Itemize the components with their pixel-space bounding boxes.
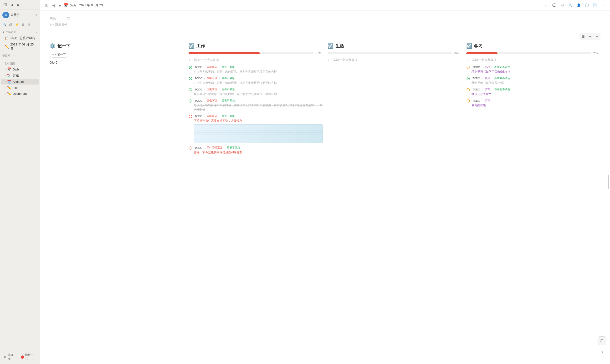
work-todo-6-check	[189, 146, 192, 150]
inbox-button[interactable]: ✉	[26, 21, 32, 28]
back-button[interactable]: ◀	[9, 2, 15, 8]
topbar-search-button[interactable]: 🔍	[567, 2, 574, 9]
study-progress-fill	[466, 52, 498, 54]
study-col-icon: ☑️	[466, 43, 472, 49]
share-float-button[interactable]	[598, 336, 606, 345]
work-todo-3-check	[189, 88, 192, 92]
help-float-button[interactable]: ?	[598, 348, 606, 357]
topbar-chat-button[interactable]: 🗨	[559, 2, 566, 9]
work-todo-6[interactable]: TODO · 零件管理系统 · 重要不紧急 你好，零件这边的零件信息自和库存数	[189, 146, 323, 155]
starred-item-1[interactable]: 📋 单机汇总统计功能	[1, 35, 39, 41]
work-todo-4[interactable]: TODO · 国电南瑞 · 重要不紧急 每次进入编辑保存页面的时候，需要清空上方…	[189, 99, 323, 112]
board-next-button[interactable]: ▶	[594, 34, 599, 39]
study-progress-pct: 25%	[593, 52, 600, 55]
study-todo-3[interactable]: TODO · 学习 · 不重要不紧急 微信公众号发文	[466, 87, 600, 96]
board-navigation: ⊞ ◀ ▶	[580, 33, 600, 40]
table-icon: 📋	[5, 36, 9, 40]
private-section-header[interactable]: ⟩ 私有页面	[0, 61, 40, 66]
topbar-clock-button[interactable]: 🕐	[583, 2, 590, 9]
top-bar: ◀ ▶ 📅 Daily › 2023 年 08 月 23 日 ☆ 💬 🗨 🔍 👤…	[40, 0, 610, 11]
life-add-todo-button[interactable]: + + 添加一个待办事项	[328, 57, 462, 63]
memo-icon: ✏️	[5, 45, 9, 49]
study-todo-1-text: 录制视频《如何用我来做待办》	[471, 69, 600, 74]
trash-button[interactable]: 🗑 垃圾桶	[2, 352, 17, 362]
study-todo-1[interactable]: TODO · 学习 · 不重要不紧急 录制视频《如何用我来做待办》	[466, 65, 600, 74]
work-add-todo-button[interactable]: + + 添加一个待办事项	[189, 57, 323, 63]
mention-button[interactable]: @	[8, 21, 14, 28]
work-todo-1-tags: TODO · 国电南瑞 · 重要不紧急	[194, 65, 323, 69]
collapse-sidebar-button[interactable]	[2, 2, 8, 8]
board-columns: ⚙️ 记一下 + + 记一下 09:45： ☑️ 工作	[50, 43, 600, 157]
topbar-star-button[interactable]: ☆	[543, 2, 549, 9]
topbar-template-button[interactable]: 📄	[591, 2, 598, 9]
table-button[interactable]: ⊞	[20, 21, 26, 28]
study-todo-4-content: TODO · 学习 复习面试题	[471, 99, 600, 107]
content-area: 来源 空 + + 新增属性 ⊞ ◀ ▶ ⚙️ 记一下	[40, 11, 610, 364]
sidebar-item-file[interactable]: ⟩ ✏️ File	[1, 85, 39, 91]
sidebar-item-account[interactable]: ⟩ 🗓️ Account	[1, 79, 39, 85]
memo-add-button[interactable]: + + 记一下	[50, 52, 69, 58]
work-todo-3-tags: TODO · 国电南瑞 · 重要不紧急	[194, 87, 323, 91]
template-button[interactable]: 🔴 模板中心	[19, 352, 37, 362]
work-todo-1-content: TODO · 国电南瑞 · 重要不紧急 右上角多余查询、刷新、纵向展示、横向列多…	[194, 65, 323, 74]
sidebar-item-jy[interactable]: ⟩ ✂️ 剪藏	[1, 72, 39, 78]
work-todo-2-text: 右上角多余查询、刷新、纵向展示、横向列多余展示项无用的去掉	[194, 81, 323, 85]
user-avatar: 朱	[2, 12, 9, 18]
topbar-more-button[interactable]: ···	[599, 2, 606, 9]
sidebar-toggle-button[interactable]	[44, 2, 50, 8]
topbar-comment-button[interactable]: 💬	[551, 2, 557, 9]
memo-col-icon: ⚙️	[50, 43, 55, 49]
user-section[interactable]: 朱 朱承胜 ▼	[0, 10, 40, 20]
board-prev-button[interactable]: ◀	[587, 34, 593, 39]
study-todo-3-tags: TODO · 学习 · 不重要不紧急	[471, 87, 600, 91]
study-progress-bar	[466, 52, 591, 54]
daily-icon: 📅	[7, 67, 11, 71]
study-todo-4[interactable]: TODO · 学习 复习面试题	[466, 99, 600, 107]
add-property-button[interactable]: + + 新增属性	[50, 22, 600, 28]
col-work-title: 工作	[196, 43, 205, 49]
life-empty-dot: ·	[328, 65, 462, 71]
work-todo-1[interactable]: TODO · 国电南瑞 · 重要不紧急 右上角多余查询、刷新、纵向展示、横向列多…	[189, 65, 323, 74]
col-life-title: 生活	[335, 43, 344, 49]
work-todo-5[interactable]: TODO · 国电南瑞 · 重要不紧急 下拉查询条件需要支持多选，方便操作	[189, 114, 323, 143]
board-grid-view-button[interactable]: ⊞	[581, 34, 586, 39]
topbar-back-button[interactable]: ◀	[51, 2, 56, 8]
study-todo-2[interactable]: TODO · 学习 · 不重要不紧急 录制视频《如何设置相册》	[466, 76, 600, 85]
scroll-indicator	[608, 175, 609, 189]
sidebar-top-bar: ◀ ▶	[0, 0, 40, 10]
starred-section-header[interactable]: ★ 星标页面 ∨	[0, 30, 40, 35]
sidebar: ◀ ▶ 朱 朱承胜 ▼ 🔍 @ ⚡ ⊞ ✉ ··· ★ 星标页面 ∨ 📋 单机汇…	[0, 0, 40, 364]
work-todo-3-text: 换电脑进行批次导出操作的时候，导出的文件名需要加上单位名称	[194, 92, 323, 96]
more-button[interactable]: ···	[32, 21, 38, 28]
topbar-forward-button[interactable]: ▶	[57, 2, 63, 8]
sidebar-item-daily[interactable]: ⟩ 📅 Daily	[1, 66, 39, 72]
work-todo-4-tags: TODO · 国电南瑞 · 重要不紧急	[194, 99, 323, 103]
work-todo-2[interactable]: TODO · 国电南瑞 · 重要不紧急 右上角多余查询、刷新、纵向展示、横向列多…	[189, 76, 323, 85]
svg-point-12	[467, 88, 470, 91]
work-todo-6-tags: TODO · 零件管理系统 · 重要不紧急	[194, 146, 323, 150]
search-button[interactable]: 🔍	[2, 21, 8, 28]
topbar-person-button[interactable]: 👤	[575, 2, 582, 9]
svg-rect-2	[45, 4, 46, 6]
starred-item-2[interactable]: ✏️ 2023 年 08 月 25 日	[1, 41, 39, 52]
breadcrumb-parent[interactable]: Daily	[69, 4, 77, 7]
work-col-icon: ☑️	[189, 43, 194, 49]
study-todo-2-tags: TODO · 学习 · 不重要不紧急	[471, 76, 600, 80]
work-todo-3[interactable]: TODO · 国电南瑞 · 重要不紧急 换电脑进行批次导出操作的时候，导出的文件…	[189, 87, 323, 96]
properties-section: 来源 空 + + 新增属性	[50, 15, 600, 28]
work-todo-6-content: TODO · 零件管理系统 · 重要不紧急 你好，零件这边的零件信息自和库存数	[194, 146, 323, 155]
work-todo-5-content: TODO · 国电南瑞 · 重要不紧急 下拉查询条件需要支持多选，方便操作	[194, 114, 323, 143]
starred-section: ★ 星标页面 ∨ 📋 单机汇总统计功能 ✏️ 2023 年 08 月 25 日	[0, 29, 40, 53]
sidebar-item-file-label: File	[13, 86, 37, 90]
sidebar-item-document[interactable]: ⟩ ✏️ Document	[1, 91, 39, 96]
forward-button[interactable]: ▶	[16, 2, 21, 8]
study-todo-1-check	[466, 65, 470, 69]
source-value: 空	[67, 16, 70, 21]
sidebar-item-document-label: Document	[13, 92, 37, 95]
lightning-button[interactable]: ⚡	[14, 21, 20, 28]
svg-point-13	[467, 100, 470, 102]
memo-time: 09:45：	[50, 61, 184, 65]
document-icon: ✏️	[7, 92, 11, 95]
workspace-header[interactable]: 子空间 >	[0, 53, 40, 58]
study-add-todo-button[interactable]: + + 添加一个待办事项	[466, 57, 600, 63]
